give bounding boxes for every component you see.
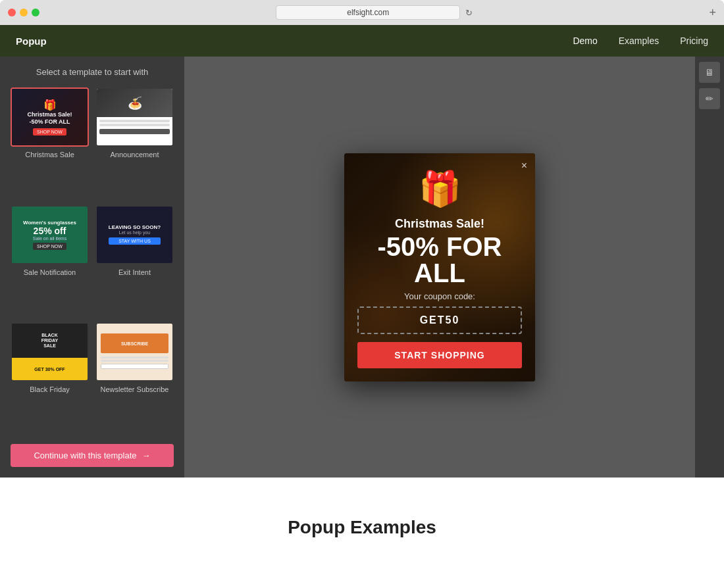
- christmas-gift-emoji: 🎁: [43, 99, 57, 111]
- bottom-title: Popup Examples: [16, 517, 708, 538]
- minimize-traffic-light[interactable]: [20, 9, 28, 16]
- template-thumb-newsletter: SUBSCRIBE: [95, 322, 174, 381]
- ann-btn: [99, 129, 170, 134]
- browser-chrome: elfsight.com ↻ +: [0, 0, 724, 25]
- reload-icon[interactable]: ↻: [465, 8, 473, 18]
- continue-button[interactable]: Continue with this template →: [11, 444, 174, 467]
- christmas-btn-small: SHOP NOW: [33, 128, 66, 135]
- popup-background: × 🎁 Christmas Sale! -50% FOR ALL Your co…: [344, 153, 535, 381]
- ann-line-1: [99, 120, 170, 122]
- continue-arrow-icon: →: [142, 451, 151, 460]
- sale-subtext: Sale on all items: [33, 236, 66, 241]
- template-item-announcement[interactable]: 🍝 Announcement: [95, 87, 174, 199]
- blackfriday-thumb-inner: BLACKFRIDAYSALE GET 30% OFF: [12, 324, 88, 380]
- announcement-thumb-inner: 🍝: [97, 89, 172, 145]
- nl-header: SUBSCRIBE: [101, 333, 168, 353]
- nl-input: [101, 364, 168, 369]
- template-item-newsletter[interactable]: SUBSCRIBE Newsletter Subscribe: [95, 322, 174, 433]
- template-label-christmas: Christmas Sale: [25, 151, 74, 159]
- sale-shop-btn: SHOP NOW: [33, 243, 66, 250]
- template-item-christmas-sale[interactable]: 🎁 Christmas Sale!-50% FOR ALL SHOP NOW C…: [11, 87, 89, 199]
- nl-header-text: SUBSCRIBE: [121, 341, 148, 346]
- sale-label: Women's sunglasses: [23, 220, 76, 226]
- preview-area: × 🎁 Christmas Sale! -50% FOR ALL Your co…: [184, 57, 695, 478]
- template-thumb-black-friday: BLACKFRIDAYSALE GET 30% OFF: [11, 322, 89, 381]
- nav-link-demo[interactable]: Demo: [573, 36, 597, 46]
- popup-coupon-label: Your coupon code:: [404, 291, 475, 301]
- template-item-exit-intent[interactable]: LEAVING SO SOON? Let us help you STAY WI…: [95, 205, 174, 316]
- main-layout: Select a template to start with 🎁 Christ…: [0, 57, 724, 478]
- bf-bottom: GET 30% OFF: [12, 358, 88, 380]
- template-item-sale-notification[interactable]: Women's sunglasses 25% off Sale on all i…: [11, 205, 89, 316]
- nl-line-2: [101, 360, 168, 362]
- template-label-blackfriday: Black Friday: [30, 385, 70, 393]
- close-traffic-light[interactable]: [8, 9, 16, 16]
- template-label-newsletter: Newsletter Subscribe: [101, 385, 169, 393]
- template-label-announcement: Announcement: [111, 151, 159, 159]
- nav-links: Demo Examples Pricing: [573, 36, 708, 46]
- bf-label: GET 30% OFF: [34, 367, 65, 372]
- template-label-sale: Sale Notification: [24, 268, 76, 276]
- newsletter-thumb-inner: SUBSCRIBE: [97, 324, 172, 380]
- announcement-img: 🍝: [97, 89, 172, 117]
- right-panel: 🖥 ✏: [695, 57, 724, 478]
- bf-top: BLACKFRIDAYSALE: [12, 324, 88, 358]
- edit-button[interactable]: ✏: [699, 88, 720, 109]
- nl-line-1: [101, 356, 168, 358]
- nav-link-pricing[interactable]: Pricing: [680, 36, 708, 46]
- template-item-black-friday[interactable]: BLACKFRIDAYSALE GET 30% OFF Black Friday: [11, 322, 89, 433]
- exit-thumb-inner: LEAVING SO SOON? Let us help you STAY WI…: [97, 207, 172, 263]
- continue-btn-label: Continue with this template: [34, 451, 136, 460]
- sale-thumb-inner: Women's sunglasses 25% off Sale on all i…: [12, 207, 88, 263]
- traffic-lights: [8, 9, 39, 16]
- template-label-exit: Exit Intent: [118, 268, 151, 276]
- sidebar-title: Select a template to start with: [11, 67, 174, 77]
- announcement-content: [97, 117, 172, 137]
- popup-title: Christmas Sale!: [395, 217, 484, 231]
- edit-icon: ✏: [706, 93, 713, 104]
- desktop-icon: 🖥: [705, 67, 714, 78]
- top-nav: Popup Demo Examples Pricing: [0, 25, 724, 57]
- popup-coupon-box: GET50: [357, 306, 522, 334]
- popup-gift-emoji: 🎁: [419, 169, 461, 209]
- browser-addressbar: elfsight.com ↻: [39, 5, 709, 20]
- popup-coupon-code: GET50: [420, 314, 460, 326]
- exit-cta-btn: STAY WITH US: [109, 237, 161, 245]
- popup-close-button[interactable]: ×: [521, 160, 527, 172]
- exit-leaving: LEAVING SO SOON?: [109, 224, 161, 230]
- template-thumb-exit-intent: LEAVING SO SOON? Let us help you STAY WI…: [95, 205, 174, 264]
- popup-overlay: × 🎁 Christmas Sale! -50% FOR ALL Your co…: [344, 153, 535, 381]
- app-window: elfsight.com ↻ + Popup Demo Examples Pri…: [0, 0, 724, 588]
- popup-shop-button[interactable]: START SHOPPING: [357, 342, 522, 368]
- sale-discount: 25% off: [34, 226, 66, 236]
- template-thumb-sale-notification: Women's sunglasses 25% off Sale on all i…: [11, 205, 89, 264]
- ann-line-2: [99, 124, 170, 126]
- nav-logo: Popup: [16, 36, 47, 47]
- template-thumb-announcement: 🍝: [95, 87, 174, 147]
- bf-text: BLACKFRIDAYSALE: [41, 333, 58, 349]
- desktop-view-button[interactable]: 🖥: [699, 62, 720, 83]
- exit-sub: Let us help you: [119, 230, 150, 235]
- bottom-section: Popup Examples: [0, 478, 724, 588]
- template-thumb-christmas-sale: 🎁 Christmas Sale!-50% FOR ALL SHOP NOW: [11, 87, 89, 147]
- christmas-sale-text: Christmas Sale!-50% FOR ALL: [27, 111, 72, 126]
- template-grid: 🎁 Christmas Sale!-50% FOR ALL SHOP NOW C…: [11, 87, 174, 433]
- popup-content: 🎁 Christmas Sale! -50% FOR ALL Your coup…: [344, 153, 535, 381]
- sidebar: Select a template to start with 🎁 Christ…: [0, 57, 184, 478]
- address-bar[interactable]: elfsight.com: [276, 5, 460, 20]
- browser-titlebar: elfsight.com ↻ +: [0, 0, 724, 25]
- fullscreen-traffic-light[interactable]: [32, 9, 39, 16]
- popup-discount: -50% FOR ALL: [357, 233, 522, 286]
- new-tab-button[interactable]: +: [709, 7, 716, 18]
- nav-link-examples[interactable]: Examples: [619, 36, 659, 46]
- christmas-thumb-inner: 🎁 Christmas Sale!-50% FOR ALL SHOP NOW: [12, 89, 88, 145]
